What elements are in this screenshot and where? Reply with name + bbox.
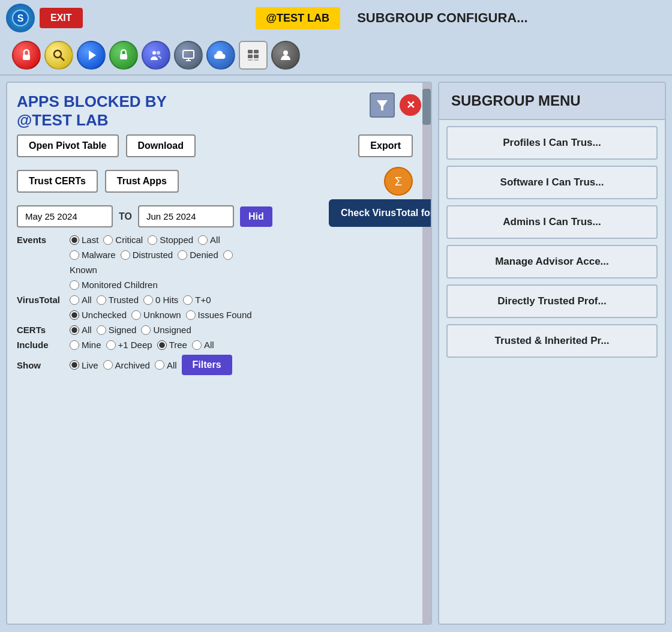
svg-point-8 <box>152 51 156 55</box>
subgroup-config-title: SUBGROUP CONFIGURA... <box>357 10 527 26</box>
events-label: Events <box>17 235 65 245</box>
known-label: Known <box>70 265 97 275</box>
events-known-radio[interactable] <box>223 250 233 260</box>
virustotal-tooltip: Check VirusTotal for these Events <box>329 199 432 227</box>
vt-issues-radio[interactable]: Issues Found <box>186 310 252 320</box>
vt-unchecked-radio[interactable]: Unchecked <box>70 310 127 320</box>
scrollbar[interactable] <box>422 83 431 624</box>
include-tree-radio[interactable]: Tree <box>157 340 187 350</box>
svg-point-19 <box>283 50 288 55</box>
monitor-icon[interactable] <box>174 41 203 70</box>
shield-icon[interactable] <box>109 41 138 70</box>
show-all-radio[interactable]: All <box>155 360 177 370</box>
trust-row: Trust CERTs Trust Apps Σ <box>17 167 413 196</box>
certs-row: CERTs All Signed Unsigned <box>17 325 413 335</box>
certs-signed-radio[interactable]: Signed <box>97 325 137 335</box>
monitored-children-radio[interactable]: Monitored Children <box>70 280 158 290</box>
users-icon[interactable] <box>142 41 170 70</box>
export-button[interactable]: Export <box>358 134 413 157</box>
vt-trusted-radio[interactable]: Trusted <box>97 295 139 305</box>
known-row: Known <box>70 265 413 275</box>
date-to-input[interactable] <box>138 205 234 227</box>
main-content: APPS BLOCKED BY @TEST LAB ✕ Open Pivot T… <box>0 76 672 631</box>
icon-toolbar <box>0 36 672 76</box>
vt-tplus0-radio[interactable]: T+0 <box>183 295 211 305</box>
svg-line-4 <box>61 57 64 61</box>
events-last-radio[interactable]: Last <box>70 235 98 245</box>
events-row2: Malware Distrusted Denied <box>70 250 413 260</box>
svg-rect-6 <box>120 54 127 59</box>
lock-icon[interactable] <box>12 41 41 70</box>
virustotal-row2: Unchecked Unknown Issues Found <box>70 310 413 320</box>
svg-marker-5 <box>89 50 96 60</box>
vt-unknown-radio[interactable]: Unknown <box>131 310 181 320</box>
events-distrusted-radio[interactable]: Distrusted <box>121 250 173 260</box>
include-label: Include <box>17 340 65 350</box>
events-malware-radio[interactable]: Malware <box>70 250 116 260</box>
date-from-input[interactable] <box>17 205 113 227</box>
certs-unsigned-radio[interactable]: Unsigned <box>141 325 191 335</box>
svg-rect-15 <box>248 55 253 58</box>
include-all-radio[interactable]: All <box>192 340 214 350</box>
filters-button[interactable]: Filters <box>182 355 232 375</box>
virustotal-label: VirusTotal <box>17 295 65 305</box>
certs-all-radio[interactable]: All <box>70 325 92 335</box>
exit-button[interactable]: EXIT <box>40 8 83 28</box>
top-bar: S EXIT @TEST LAB SUBGROUP CONFIGURA... <box>0 0 672 36</box>
show-live-radio[interactable]: Live <box>70 360 98 370</box>
svg-rect-13 <box>248 50 253 53</box>
sigma-button[interactable]: Σ <box>384 167 413 196</box>
left-panel: APPS BLOCKED BY @TEST LAB ✕ Open Pivot T… <box>6 82 432 625</box>
search-icon[interactable] <box>44 41 73 70</box>
action-buttons: Open Pivot Table Download Export <box>17 134 413 157</box>
vt-all-radio[interactable]: All <box>70 295 92 305</box>
svg-rect-10 <box>183 50 194 58</box>
profiles-menu-item[interactable]: Profiles I Can Trus... <box>446 126 658 160</box>
svg-point-3 <box>54 50 61 58</box>
trusted-inherited-menu-item[interactable]: Trusted & Inherited Pr... <box>446 324 658 358</box>
events-all-radio[interactable]: All <box>198 235 220 245</box>
svg-rect-14 <box>254 50 259 53</box>
download-button[interactable]: Download <box>126 134 196 157</box>
testlab-button[interactable]: @TEST LAB <box>256 7 341 29</box>
cloud-icon[interactable] <box>206 41 235 70</box>
open-pivot-button[interactable]: Open Pivot Table <box>17 134 119 157</box>
panel-title: APPS BLOCKED BY @TEST LAB <box>17 92 167 130</box>
trust-apps-button[interactable]: Trust Apps <box>105 170 179 193</box>
user-profile-icon[interactable] <box>271 41 300 70</box>
play-icon[interactable] <box>77 41 106 70</box>
svg-point-7 <box>123 52 125 54</box>
right-panel-title: SUBGROUP MENU <box>451 92 653 109</box>
admins-menu-item[interactable]: Admins I Can Trus... <box>446 205 658 239</box>
svg-rect-2 <box>23 55 30 60</box>
app-logo: S <box>6 4 35 32</box>
directly-trusted-menu-item[interactable]: Directly Trusted Prof... <box>446 284 658 318</box>
include-mine-radio[interactable]: Mine <box>70 340 101 350</box>
scroll-thumb[interactable] <box>422 89 431 125</box>
right-panel: SUBGROUP MENU Profiles I Can Trus...Soft… <box>438 82 666 625</box>
monitored-children-label: Monitored Children <box>82 280 158 290</box>
advisor-menu-item[interactable]: Manage Advisor Acce... <box>446 245 658 278</box>
events-denied-radio[interactable]: Denied <box>178 250 218 260</box>
show-archived-radio[interactable]: Archived <box>103 360 150 370</box>
include-row: Include Mine +1 Deep Tree All <box>17 340 413 350</box>
events-critical-radio[interactable]: Critical <box>103 235 143 245</box>
include-1deep-radio[interactable]: +1 Deep <box>106 340 152 350</box>
panel-header-icons: ✕ <box>370 92 421 118</box>
svg-rect-17 <box>248 59 253 61</box>
filter-button[interactable] <box>370 92 395 118</box>
show-label: Show <box>17 360 65 370</box>
software-menu-item[interactable]: Software I Can Trus... <box>446 166 658 199</box>
events-stopped-radio[interactable]: Stopped <box>148 235 193 245</box>
svg-rect-18 <box>254 59 259 61</box>
show-row: Show Live Archived All Filters <box>17 355 413 375</box>
close-button[interactable]: ✕ <box>400 94 421 116</box>
hide-button[interactable]: Hid <box>240 206 272 227</box>
to-label: TO <box>119 211 132 222</box>
panel-header: APPS BLOCKED BY @TEST LAB ✕ <box>7 83 431 134</box>
certs-label: CERTs <box>17 325 65 335</box>
vt-0hits-radio[interactable]: 0 Hits <box>143 295 178 305</box>
monitored-row: Monitored Children <box>70 280 413 290</box>
trust-certs-button[interactable]: Trust CERTs <box>17 170 98 193</box>
grid-icon[interactable] <box>239 41 268 70</box>
